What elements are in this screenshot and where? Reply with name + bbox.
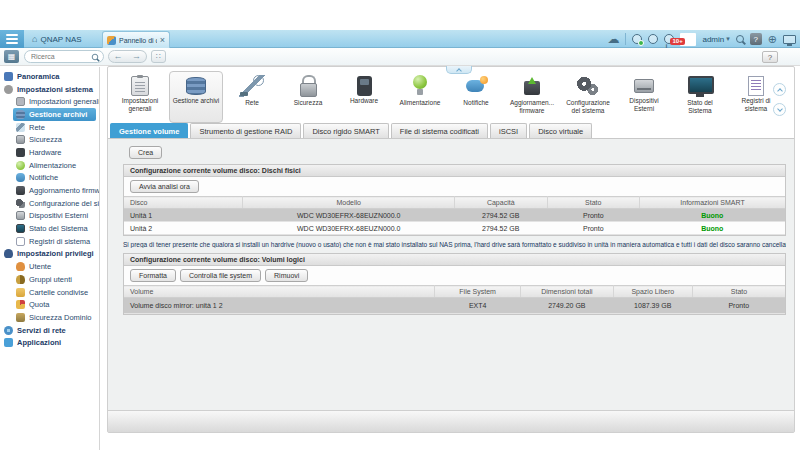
create-volume-button[interactable]: Crea <box>129 146 162 159</box>
lock-icon <box>16 135 25 144</box>
logical-volumes-section: Configurazione corrente volume disco: Vo… <box>123 253 786 315</box>
format-button[interactable]: Formatta <box>130 269 176 282</box>
ribbon-scroll-down-button[interactable] <box>773 103 786 116</box>
main-menu-button[interactable] <box>0 30 24 48</box>
tab-disco-rigido-smart[interactable]: Disco rigido SMART <box>303 123 388 138</box>
ribbon-item-sicurezza[interactable]: Sicurezza <box>281 71 335 123</box>
tab-control-panel[interactable]: Pannello di co... × <box>102 31 170 48</box>
external-device-icon[interactable] <box>648 34 658 44</box>
user-icon <box>16 262 25 271</box>
ribbon-item-rete[interactable]: Rete <box>225 71 279 123</box>
background-tasks-icon[interactable] <box>632 34 642 44</box>
ribbon-item-impostazioni-generali[interactable]: Impostazioni generali <box>113 71 167 123</box>
table-row-volume-mirror[interactable]: Volume disco mirror: unità 1 2 EXT4 2749… <box>124 298 785 314</box>
sidebar-item-panoramica[interactable]: Panoramica <box>0 70 99 83</box>
tab-disco-virtuale[interactable]: Disco virtuale <box>529 123 592 138</box>
sidebar-item-label: Utente <box>29 262 51 271</box>
smart-status-badge[interactable]: Buono <box>640 209 785 222</box>
tab-file-sistema-codificati[interactable]: File di sistema codificati <box>391 123 488 138</box>
tab-iscsi[interactable]: iSCSI <box>490 123 527 138</box>
tab-control-panel-label: Pannello di co... <box>119 37 157 44</box>
check-filesystem-button[interactable]: Controlla file system <box>180 269 261 282</box>
close-icon[interactable]: × <box>160 36 165 45</box>
search-box[interactable] <box>24 50 104 63</box>
sidebar-item-impostazioni-privilegi[interactable]: Impostazioni privilegi <box>0 248 99 261</box>
sidebar-item-label: Gruppi utenti <box>29 275 72 284</box>
smart-status-badge[interactable]: Buono <box>640 222 785 235</box>
sidebar-item-alimentazione[interactable]: Alimentazione <box>0 159 99 172</box>
language-globe-icon[interactable]: ⊕ <box>768 34 777 45</box>
remove-button[interactable]: Rimuovi <box>265 269 308 282</box>
forward-button[interactable]: → <box>127 50 147 63</box>
back-button[interactable]: ← <box>108 50 128 63</box>
quick-help-button[interactable]: ? <box>762 51 778 63</box>
sidebar-item-utente[interactable]: Utente <box>0 260 99 273</box>
sidebar-item-quota[interactable]: Quota <box>0 298 99 311</box>
app-grid-button[interactable]: ∷ <box>151 50 166 63</box>
sidebar-item-impostazioni-generali[interactable]: Impostazioni generali <box>0 95 99 108</box>
tab-gestione-volume[interactable]: Gestione volume <box>110 123 188 138</box>
column-header-modello[interactable]: Modello <box>243 197 455 209</box>
network-icon <box>16 123 25 132</box>
sidebar-item-configurazione-sistema[interactable]: Configurazione del siste... <box>0 197 99 210</box>
sidebar-item-sicurezza-dominio[interactable]: Sicurezza Dominio <box>0 311 99 324</box>
lock-icon <box>295 75 321 97</box>
ribbon-item-registri-sistema[interactable]: Registri di sistema <box>729 71 783 123</box>
search-icon[interactable] <box>92 53 98 59</box>
drive-icon <box>634 79 654 93</box>
tab-strumento-raid[interactable]: Strumento di gestione RAID <box>190 123 301 138</box>
table-row-unita-1[interactable]: Unità 1 WDC WD30EFRX-68EUZN000.0 2794.52… <box>124 209 785 222</box>
sidebar-item-dispositivi-esterni[interactable]: Dispositivi Esterni <box>0 210 99 223</box>
sidebar-item-cartelle-condivise[interactable]: Cartelle condivise <box>0 286 99 299</box>
column-header-stato[interactable]: Stato <box>692 286 785 298</box>
ribbon-item-aggiornamento-firmware[interactable]: Aggiornamen... firmware <box>505 71 559 123</box>
ribbon-item-configurazione-sistema[interactable]: Configurazione del sistema <box>561 71 615 123</box>
column-header-stato[interactable]: Stato <box>547 197 640 209</box>
chevron-up-icon <box>456 68 462 74</box>
ribbon-item-dispositivi-esterni[interactable]: Dispositivi Esterni <box>617 71 671 123</box>
sidebar-item-applicazioni[interactable]: Applicazioni <box>0 336 99 349</box>
sidebar-item-sicurezza[interactable]: Sicurezza <box>0 133 99 146</box>
notifications-icon[interactable]: i 10+ <box>664 34 674 44</box>
user-menu[interactable]: admin ▾ <box>702 35 729 44</box>
sidebar-item-impostazioni-sistema[interactable]: Impostazioni sistema <box>0 83 99 96</box>
ribbon-label: Hardware <box>350 97 378 105</box>
ribbon-item-stato-sistema[interactable]: Stato del Sistema <box>673 71 727 123</box>
ribbon-item-notifiche[interactable]: Notifiche <box>449 71 503 123</box>
sidebar-item-notifiche[interactable]: Notifiche <box>0 172 99 185</box>
table-row-unita-2[interactable]: Unità 2 WDC WD30EFRX-68EUZN000.0 2794.52… <box>124 222 785 235</box>
column-header-smart[interactable]: Informazioni SMART <box>640 197 785 209</box>
ribbon-item-alimentazione[interactable]: Alimentazione <box>393 71 447 123</box>
sidebar-item-servizi-di-rete[interactable]: Servizi di rete <box>0 324 99 337</box>
column-header-dimensioni[interactable]: Dimensioni totali <box>521 286 614 298</box>
cell-stato: Pronto <box>547 222 640 235</box>
column-header-disco[interactable]: Disco <box>124 197 243 209</box>
home-tab[interactable]: ⌂ QNAP NAS <box>26 30 88 48</box>
sidebar-item-gestione-archivi[interactable]: Gestione archivi <box>13 108 96 121</box>
sidebar-item-rete[interactable]: Rete <box>0 121 99 134</box>
column-header-capacita[interactable]: Capacità <box>454 197 547 209</box>
help-icon[interactable]: ? <box>750 33 762 45</box>
column-header-filesystem[interactable]: File System <box>435 286 521 298</box>
desktop-icon[interactable] <box>783 35 796 44</box>
chat-bubble-icon <box>463 75 489 97</box>
cell-modello: WDC WD30EFRX-68EUZN000.0 <box>243 222 455 235</box>
sidebar-item-gruppi-utenti[interactable]: Gruppi utenti <box>0 273 99 286</box>
ribbon-item-gestione-archivi[interactable]: Gestione archivi <box>169 71 223 123</box>
start-scan-button[interactable]: Avvia analisi ora <box>130 180 199 193</box>
sidebar-item-stato-sistema[interactable]: Stato del Sistema <box>0 222 99 235</box>
overview-icon <box>4 72 13 81</box>
sidebar-item-registri-sistema[interactable]: Registri di sistema <box>0 235 99 248</box>
sidebar-item-hardware[interactable]: Hardware <box>0 146 99 159</box>
ribbon-scroll-up-button[interactable] <box>773 83 786 96</box>
ribbon-item-hardware[interactable]: Hardware <box>337 71 391 123</box>
sidebar-item-aggiornamento-firmware[interactable]: Aggiornamento firmware <box>0 184 99 197</box>
monitor-icon <box>687 75 713 97</box>
search-input[interactable] <box>29 52 91 61</box>
cloud-icon[interactable]: ☁ <box>607 33 619 45</box>
collapse-ribbon-button[interactable] <box>446 66 472 74</box>
show-desktop-button[interactable]: ▦ <box>4 50 19 63</box>
search-icon[interactable] <box>736 35 744 43</box>
column-header-spazio-libero[interactable]: Spazio Libero <box>613 286 692 298</box>
column-header-volume[interactable]: Volume <box>124 286 435 298</box>
